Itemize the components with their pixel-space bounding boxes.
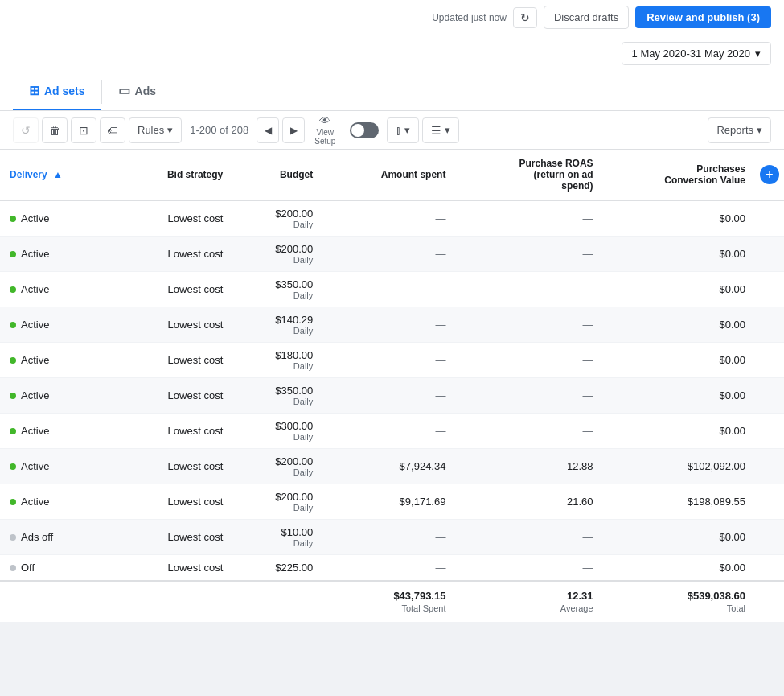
breakdown-button[interactable]: ☰ ▾ — [422, 117, 459, 143]
cell-conversion: $198,089.55 — [603, 484, 755, 520]
sort-arrow-icon: ▲ — [53, 169, 63, 180]
cell-budget: $180.00 Daily — [232, 343, 322, 378]
table-row: Off Lowest cost $225.00 — — $0.00 — [0, 555, 784, 582]
budget-amount: $200.00 — [242, 491, 313, 503]
cell-bid-strategy: Lowest cost — [114, 449, 232, 484]
cell-add-col — [755, 378, 784, 414]
cell-roas: 12.88 — [455, 449, 602, 484]
date-range-button[interactable]: 1 May 2020-31 May 2020 ▾ — [622, 42, 771, 65]
chevron-down-icon: ▾ — [757, 124, 762, 136]
cell-bid-strategy: Lowest cost — [114, 343, 232, 378]
delivery-indicator: Off — [10, 562, 105, 574]
sync-button[interactable]: ↻ — [513, 7, 537, 28]
table-footer-row: $43,793.15 Total Spent 12.31 Average $53… — [0, 581, 784, 622]
review-publish-button[interactable]: Review and publish (3) — [635, 6, 771, 28]
cell-bid-strategy: Lowest cost — [114, 272, 232, 307]
cell-budget: $300.00 Daily — [232, 414, 322, 449]
col-delivery[interactable]: Delivery ▲ — [0, 150, 114, 200]
cell-add-col — [755, 307, 784, 343]
budget-period: Daily — [242, 432, 313, 442]
tab-bar: ⊞ Ad sets ▭ Ads — [0, 72, 784, 111]
cell-bid-strategy: Lowest cost — [114, 237, 232, 272]
budget-amount: $225.00 — [242, 562, 313, 574]
budget-amount: $300.00 — [242, 420, 313, 432]
delivery-label: Active — [21, 212, 49, 224]
cell-amount-spent: — — [322, 237, 455, 272]
status-dot — [10, 216, 16, 222]
status-dot — [10, 428, 16, 434]
delivery-label: Active — [21, 248, 49, 260]
top-bar: Updated just now ↻ Discard drafts Review… — [0, 0, 784, 35]
view-icon: 👁 — [319, 114, 330, 127]
ads-icon: ▭ — [118, 83, 130, 98]
reports-button[interactable]: Reports ▾ — [708, 117, 771, 143]
cell-conversion: $0.00 — [603, 343, 755, 378]
col-add: + — [755, 150, 784, 200]
cell-budget: $10.00 Daily — [232, 520, 322, 555]
status-dot — [10, 565, 16, 571]
toggle-switch[interactable] — [350, 122, 379, 138]
discard-button[interactable]: Discard drafts — [544, 6, 629, 29]
budget-amount: $180.00 — [242, 349, 313, 361]
col-purchases-conversion: PurchasesConversion Value — [603, 150, 755, 200]
cell-roas: — — [455, 414, 602, 449]
col-bid-strategy: Bid strategy — [114, 150, 232, 200]
budget-period: Daily — [242, 503, 313, 513]
undo-button[interactable]: ↺ — [13, 117, 39, 143]
cell-roas: — — [455, 555, 602, 582]
date-range-label: 1 May 2020-31 May 2020 — [632, 47, 750, 60]
status-dot — [10, 286, 16, 293]
tab-ad-sets[interactable]: ⊞ Ad sets — [13, 72, 101, 110]
delivery-label: Ads off — [21, 531, 53, 543]
delivery-label: Active — [21, 283, 49, 295]
cell-delivery: Active — [0, 484, 114, 520]
cell-conversion: $0.00 — [603, 555, 755, 582]
budget-amount: $140.29 — [242, 314, 313, 326]
table-header-row: Delivery ▲ Bid strategy Budget Amount sp… — [0, 150, 784, 200]
delivery-label: Active — [21, 496, 49, 508]
tab-ads[interactable]: ▭ Ads — [102, 72, 172, 110]
cell-amount-spent: — — [322, 272, 455, 307]
cell-bid-strategy: Lowest cost — [114, 307, 232, 343]
add-column-button[interactable]: + — [760, 165, 779, 184]
cell-roas: 21.60 — [455, 484, 602, 520]
cell-budget: $200.00 Daily — [232, 484, 322, 520]
status-dot — [10, 463, 16, 470]
tag-button[interactable]: 🏷 — [100, 117, 125, 143]
status-dot — [10, 393, 16, 399]
cell-budget: $200.00 Daily — [232, 237, 322, 272]
budget-period: Daily — [242, 538, 313, 548]
chevron-down-icon: ▾ — [167, 124, 173, 136]
cell-bid-strategy: Lowest cost — [114, 520, 232, 555]
footer-amount-label: Total Spent — [401, 603, 445, 613]
status-dot — [10, 322, 16, 328]
rules-button[interactable]: Rules ▾ — [129, 117, 182, 143]
tab-ads-label: Ads — [135, 84, 156, 97]
duplicate-button[interactable]: ⊡ — [71, 117, 96, 143]
pagination-info: 1-200 of 208 — [190, 124, 248, 136]
cell-conversion: $102,092.00 — [603, 449, 755, 484]
cell-delivery: Active — [0, 272, 114, 307]
next-page-button[interactable]: ▶ — [282, 117, 305, 143]
cell-delivery: Active — [0, 449, 114, 484]
table-row: Active Lowest cost $200.00 Daily $7,924.… — [0, 449, 784, 484]
cell-delivery: Active — [0, 200, 114, 237]
budget-amount: $200.00 — [242, 208, 313, 220]
cell-add-col — [755, 343, 784, 378]
budget-amount: $350.00 — [242, 385, 313, 397]
cell-delivery: Off — [0, 555, 114, 582]
delete-button[interactable]: 🗑 — [42, 117, 68, 143]
columns-button[interactable]: ⫿ ▾ — [387, 117, 419, 143]
cell-add-col — [755, 449, 784, 484]
toolbar: ↺ 🗑 ⊡ 🏷 Rules ▾ 1-200 of 208 ◀ ▶ 👁 View … — [0, 111, 784, 150]
footer-empty — [0, 581, 322, 622]
budget-period: Daily — [242, 397, 313, 406]
tab-ad-sets-label: Ad sets — [44, 84, 85, 97]
view-setup-button[interactable]: 👁 View Setup — [308, 111, 342, 149]
chevron-down-icon: ▾ — [445, 124, 450, 136]
cell-roas: — — [455, 378, 602, 414]
budget-period: Daily — [242, 290, 313, 300]
prev-page-button[interactable]: ◀ — [257, 117, 279, 143]
table-row: Active Lowest cost $200.00 Daily $9,171.… — [0, 484, 784, 520]
breakdown-icon: ☰ — [431, 124, 441, 137]
